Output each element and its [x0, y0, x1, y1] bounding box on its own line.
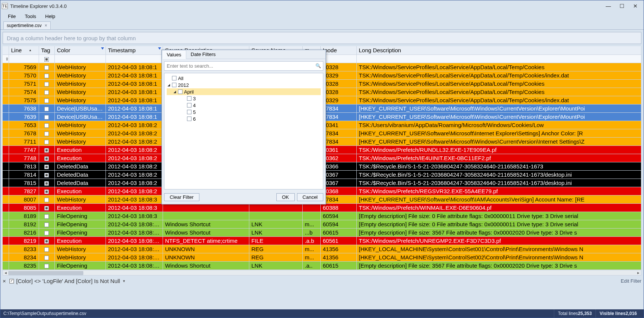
table-row[interactable]: 8233WebHistory2012-04-03 18:08:39UNKNOWN… [3, 245, 641, 253]
cell-tag[interactable] [39, 228, 54, 236]
row-handle[interactable] [3, 137, 9, 145]
row-handle[interactable] [3, 129, 9, 137]
filter-active-icon[interactable] [158, 47, 161, 50]
minimize-button[interactable]: — [602, 2, 615, 11]
table-row[interactable]: 8085Execution2012-04-03 18:08:360388TSK:… [3, 203, 641, 212]
popup-search-input[interactable] [164, 61, 323, 71]
col-line[interactable]: Line▲ [9, 46, 39, 55]
cell-tag[interactable] [39, 245, 54, 253]
scroll-right-icon[interactable]: ► [636, 270, 641, 276]
scroll-left-icon[interactable]: ◄ [3, 270, 8, 276]
scroll-thumb[interactable] [8, 271, 83, 275]
cell-tag[interactable] [39, 129, 54, 137]
menu-file[interactable]: File [4, 13, 20, 20]
row-handle[interactable] [3, 212, 9, 220]
group-by-box[interactable]: Drag a column header here to group by th… [3, 32, 641, 44]
popup-tab-date-filters[interactable]: Date Filters [186, 50, 220, 59]
table-row[interactable]: 8219Execution2012-04-03 18:08:39NTFS_DET… [3, 236, 641, 245]
row-handle[interactable] [3, 228, 9, 236]
row-handle[interactable] [3, 79, 9, 88]
cell-tag[interactable] [39, 104, 54, 112]
node-2012[interactable]: ◢2012 [167, 82, 321, 88]
row-handle[interactable] [3, 71, 9, 79]
filter-indicator[interactable]: ♀ [3, 55, 9, 63]
cell-tag[interactable] [39, 170, 54, 179]
menu-help[interactable]: Help [41, 13, 59, 20]
node-all[interactable]: All [167, 75, 321, 82]
row-handle[interactable] [3, 145, 9, 154]
cell-tag[interactable] [39, 71, 54, 79]
node-day-3[interactable]: 3 [167, 95, 321, 102]
cell-tag[interactable] [39, 137, 54, 145]
table-row[interactable]: 8235FileOpening2012-04-03 18:08:39Window… [3, 261, 641, 270]
row-handle[interactable] [3, 236, 9, 245]
popup-tab-values[interactable]: Values [162, 50, 186, 59]
row-handle[interactable] [3, 121, 9, 129]
filter-history-dropdown-icon[interactable]: ▼ [122, 279, 126, 283]
cell-tag[interactable] [39, 88, 54, 96]
row-handle[interactable] [3, 245, 9, 253]
collapse-icon[interactable]: ◢ [167, 83, 170, 87]
cell-tag[interactable] [39, 154, 54, 162]
tab-close-icon[interactable]: × [45, 23, 47, 28]
table-row[interactable]: 8192FileOpening2012-04-03 18:08:39Window… [3, 220, 641, 228]
node-day-6[interactable]: 6 [167, 115, 321, 122]
cell-tag[interactable] [39, 236, 54, 245]
cell-tag[interactable] [39, 261, 54, 270]
cell-tag[interactable] [39, 187, 54, 195]
tab-supertimeline[interactable]: supertimeline.csv × [3, 21, 51, 29]
cell-tag[interactable] [39, 195, 54, 203]
cell-tag[interactable] [39, 121, 54, 129]
filter-tag[interactable] [39, 55, 54, 63]
cell-tag[interactable] [39, 220, 54, 228]
filter-enabled-checkbox[interactable] [9, 279, 14, 283]
filter-active-icon[interactable] [101, 47, 104, 50]
filter-long-desc[interactable] [356, 55, 641, 63]
cell-tag[interactable] [39, 212, 54, 220]
row-handle[interactable] [3, 154, 9, 162]
search-icon[interactable]: 🔍 [315, 63, 321, 68]
table-row[interactable]: 8189FileOpening2012-04-03 18:08:360594[E… [3, 212, 641, 220]
col-color[interactable]: Color [54, 46, 106, 55]
table-row[interactable]: 8216FileOpening2012-04-03 18:08:39Window… [3, 228, 641, 236]
cell-tag[interactable] [39, 79, 54, 88]
col-long-desc[interactable]: Long Description [356, 46, 641, 55]
node-day-5[interactable]: 5 [167, 109, 321, 115]
row-selector-header[interactable] [3, 46, 9, 55]
row-handle[interactable] [3, 261, 9, 270]
row-handle[interactable] [3, 104, 9, 112]
filter-color[interactable] [54, 55, 106, 63]
node-april[interactable]: ◢April [167, 88, 321, 95]
popup-tree[interactable]: All ◢2012 ◢April 3 4 5 6 [164, 73, 323, 189]
row-handle[interactable] [3, 96, 9, 104]
filter-line[interactable] [9, 55, 39, 63]
row-handle[interactable] [3, 63, 9, 71]
ok-button[interactable]: OK [276, 193, 295, 201]
row-handle[interactable] [3, 195, 9, 203]
edit-filter-link[interactable]: Edit Filter [621, 278, 641, 284]
clear-filter-icon[interactable]: × [3, 278, 7, 284]
col-tag[interactable]: Tag [39, 46, 54, 55]
row-handle[interactable] [3, 203, 9, 212]
collapse-icon[interactable]: ◢ [173, 90, 176, 94]
cell-tag[interactable] [39, 112, 54, 121]
row-handle[interactable] [3, 187, 9, 195]
row-handle[interactable] [3, 179, 9, 187]
node-day-4[interactable]: 4 [167, 102, 321, 109]
cancel-button[interactable]: Cancel [297, 193, 323, 201]
clear-filter-button[interactable]: Clear Filter [164, 193, 199, 201]
filter-timestamp[interactable] [106, 55, 163, 63]
cell-tag[interactable] [39, 253, 54, 261]
maximize-button[interactable]: ☐ [615, 2, 629, 11]
cell-tag[interactable] [39, 203, 54, 212]
cell-tag[interactable] [39, 96, 54, 104]
row-handle[interactable] [3, 220, 9, 228]
cell-tag[interactable] [39, 145, 54, 154]
cell-tag[interactable] [39, 63, 54, 71]
row-handle[interactable] [3, 170, 9, 179]
row-handle[interactable] [3, 162, 9, 170]
col-timestamp[interactable]: Timestamp [106, 46, 163, 55]
horizontal-scrollbar[interactable]: ◄ ► [3, 270, 641, 276]
row-handle[interactable] [3, 88, 9, 96]
cell-tag[interactable] [39, 179, 54, 187]
